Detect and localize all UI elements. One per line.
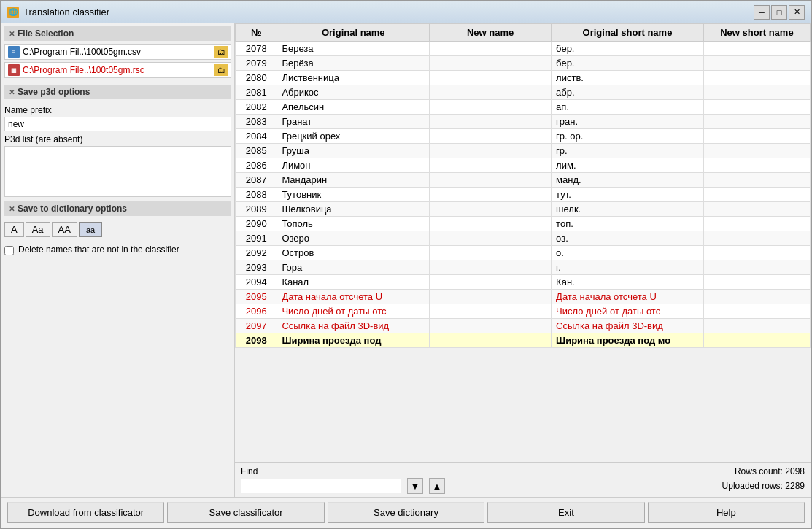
- table-cell: [430, 333, 552, 348]
- font-btn-Aa[interactable]: Aa: [26, 222, 50, 237]
- table-cell: [703, 144, 810, 158]
- save-dictionary-button[interactable]: Save dictionary: [328, 502, 484, 523]
- table-cell: [703, 231, 810, 246]
- table-row[interactable]: 2097Ссылка на файл 3D-видСсылка на файл …: [236, 319, 811, 333]
- table-cell: Ссылка на файл 3D-вид: [277, 319, 430, 333]
- table-cell: Тополь: [277, 217, 430, 231]
- uploaded-rows-value: 2289: [785, 481, 805, 491]
- p3d-list-textarea[interactable]: [4, 146, 231, 197]
- table-row[interactable]: 2085Грушагр.: [236, 144, 811, 158]
- font-btn-aa[interactable]: aa: [79, 222, 102, 237]
- table-cell: [703, 173, 810, 188]
- table-cell: топ.: [552, 217, 704, 231]
- table-row[interactable]: 2080Лиственницалиств.: [236, 71, 811, 85]
- table-cell: [703, 202, 810, 217]
- table-cell: [430, 115, 552, 129]
- table-row[interactable]: 2095Дата начала отсчета UДата начала отс…: [236, 290, 811, 304]
- table-cell: [703, 246, 810, 260]
- table-row[interactable]: 2078Березабер.: [236, 42, 811, 56]
- header-orig: Original name: [277, 24, 430, 42]
- maximize-button[interactable]: □: [771, 5, 787, 20]
- save-dict-header[interactable]: ✕ Save to dictionary options: [4, 201, 231, 216]
- main-window: 🌐 Translation classifier ─ □ ✕ ✕ File Se…: [0, 0, 812, 529]
- table-cell: ап.: [552, 100, 704, 115]
- font-button-group: A Aa AA aa: [4, 222, 231, 237]
- table-cell: [430, 158, 552, 173]
- header-new: New name: [430, 24, 552, 42]
- table-row[interactable]: 2086Лимонлим.: [236, 158, 811, 173]
- table-body: 2078Березабер.2079Берёзабер.2080Лиственн…: [236, 42, 811, 348]
- table-cell: 2088: [236, 188, 277, 202]
- table-cell: оз.: [552, 231, 704, 246]
- csv-folder-icon[interactable]: 🗂: [214, 46, 228, 58]
- table-row[interactable]: 2091Озерооз.: [236, 231, 811, 246]
- rsc-folder-icon[interactable]: 🗂: [214, 64, 228, 76]
- minimize-button[interactable]: ─: [754, 5, 770, 20]
- table-row[interactable]: 2096Число дней от даты отсЧисло дней от …: [236, 304, 811, 319]
- table-container[interactable]: № Original name New name Original short …: [235, 23, 811, 463]
- table-cell: Тутовник: [277, 188, 430, 202]
- table-row[interactable]: 2079Берёзабер.: [236, 56, 811, 71]
- table-cell: 2079: [236, 56, 277, 71]
- save-dict-label: Save to dictionary options: [18, 204, 127, 214]
- table-cell: Кан.: [552, 275, 704, 290]
- table-row[interactable]: 2087Мандаринманд.: [236, 173, 811, 188]
- save-p3d-label: Save p3d options: [18, 87, 90, 97]
- csv-icon: ≡: [8, 46, 20, 58]
- left-panel: ✕ File Selection ≡ C:\Program Fil..\100t…: [1, 23, 235, 497]
- find-bar: Find Rows count: 2098 ▼ ▲ Uploaded rows:…: [235, 463, 811, 497]
- table-cell: г.: [552, 260, 704, 275]
- table-cell: 2092: [236, 246, 277, 260]
- table-cell: 2082: [236, 100, 277, 115]
- save-classificator-button[interactable]: Save classificator: [167, 502, 324, 523]
- delete-names-row: Delete names that are not in the classif…: [4, 244, 231, 255]
- table-cell: [703, 319, 810, 333]
- name-prefix-input[interactable]: [4, 117, 231, 131]
- help-button[interactable]: Help: [648, 502, 805, 523]
- table-cell: 2093: [236, 260, 277, 275]
- table-cell: [703, 42, 810, 56]
- find-down-button[interactable]: ▼: [407, 478, 423, 494]
- table-row[interactable]: 2092Острово.: [236, 246, 811, 260]
- file-selection-header[interactable]: ✕ File Selection: [4, 26, 231, 41]
- table-cell: [703, 129, 810, 144]
- download-button[interactable]: Download from classificator: [7, 502, 164, 523]
- table-cell: Озеро: [277, 231, 430, 246]
- table-cell: абр.: [552, 85, 704, 100]
- rows-count-label: Rows count:: [735, 466, 783, 476]
- table-row[interactable]: 2090Топольтоп.: [236, 217, 811, 231]
- table-cell: Гора: [277, 260, 430, 275]
- table-cell: лим.: [552, 158, 704, 173]
- save-p3d-header[interactable]: ✕ Save p3d options: [4, 85, 231, 99]
- table-cell: [430, 100, 552, 115]
- table-row[interactable]: 2081Абрикосабр.: [236, 85, 811, 100]
- table-cell: [703, 188, 810, 202]
- table-cell: [430, 129, 552, 144]
- exit-button[interactable]: Exit: [487, 502, 644, 523]
- find-input[interactable]: [241, 479, 401, 493]
- table-cell: [703, 85, 810, 100]
- delete-names-checkbox[interactable]: [4, 246, 14, 255]
- find-up-button[interactable]: ▲: [429, 478, 445, 494]
- table-row[interactable]: 2089Шелковицашелк.: [236, 202, 811, 217]
- table-row[interactable]: 2098Ширина проезда подШирина проезда под…: [236, 333, 811, 348]
- table-row[interactable]: 2088Тутовниктут.: [236, 188, 811, 202]
- table-cell: Апельсин: [277, 100, 430, 115]
- title-bar: 🌐 Translation classifier ─ □ ✕: [1, 1, 811, 23]
- table-cell: [430, 304, 552, 319]
- table-cell: Лимон: [277, 158, 430, 173]
- table-cell: [430, 290, 552, 304]
- table-cell: [430, 319, 552, 333]
- font-btn-AA[interactable]: AA: [52, 222, 77, 237]
- table-row[interactable]: 2083Гранатгран.: [236, 115, 811, 129]
- table-row[interactable]: 2082Апельсинап.: [236, 100, 811, 115]
- find-label: Find: [241, 466, 258, 476]
- font-btn-A[interactable]: A: [4, 222, 24, 237]
- table-cell: Берёза: [277, 56, 430, 71]
- table-row[interactable]: 2084Грецкий орехгр. ор.: [236, 129, 811, 144]
- table-cell: [430, 202, 552, 217]
- table-row[interactable]: 2093Гораг.: [236, 260, 811, 275]
- table-cell: 2083: [236, 115, 277, 129]
- table-row[interactable]: 2094КаналКан.: [236, 275, 811, 290]
- close-button[interactable]: ✕: [789, 5, 805, 20]
